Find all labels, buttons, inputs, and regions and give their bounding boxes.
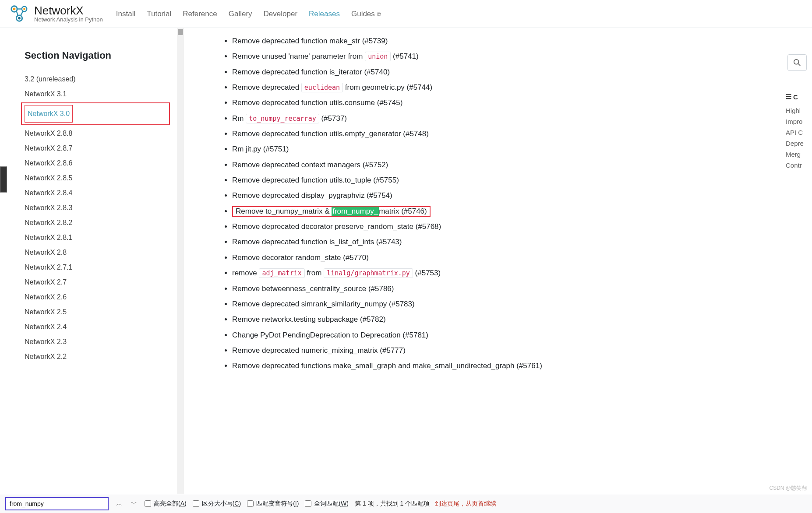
sidebar-item[interactable]: NetworkX 2.8.6 [25, 156, 166, 171]
svg-point-5 [18, 17, 21, 19]
release-note-item: Remove betweenness_centrality_source (#5… [232, 283, 766, 295]
header: NetworkX Network Analysis in Python Inst… [0, 0, 812, 28]
nav-developer[interactable]: Developer [264, 10, 298, 18]
toc-item[interactable]: API C [786, 127, 812, 138]
release-note-item: Remove deprecated decorator preserve_ran… [232, 221, 766, 232]
scrollbar-thumb[interactable] [178, 29, 183, 35]
sidebar-item[interactable]: NetworkX 2.8.2 [25, 215, 166, 230]
nav-gallery[interactable]: Gallery [229, 10, 252, 18]
sidebar-item[interactable]: NetworkX 2.8.4 [25, 186, 166, 200]
svg-point-9 [794, 60, 799, 64]
release-note-item: Remove deprecated functions make_small_g… [232, 360, 766, 372]
toc-item[interactable]: Impro [786, 116, 812, 127]
release-note-item: Remove deprecated function is_iterator (… [232, 67, 766, 78]
external-link-icon: ⧉ [376, 11, 381, 18]
sidebar-item[interactable]: 3.2 (unreleased) [25, 72, 166, 87]
sidebar-item[interactable]: NetworkX 2.4 [25, 320, 166, 334]
right-rail: ☰ C HighlImproAPI CDepreMergContr [784, 28, 812, 494]
sidebar-item[interactable]: NetworkX 2.8.7 [25, 141, 166, 156]
svg-line-10 [798, 64, 801, 66]
toc-item[interactable]: Merg [786, 149, 812, 160]
sidebar-item[interactable]: NetworkX 2.8 [25, 245, 166, 260]
release-note-item: Remove deprecated function utils.empty_g… [232, 128, 766, 140]
svg-line-6 [16, 11, 18, 16]
logo-area[interactable]: NetworkX Network Analysis in Python [9, 4, 103, 25]
sidebar-item[interactable]: NetworkX 3.1 [25, 87, 166, 102]
sidebar-item[interactable]: NetworkX 2.8.3 [25, 200, 166, 215]
svg-point-1 [13, 7, 16, 10]
release-note-item: Remove deprecated function is_list_of_in… [232, 236, 766, 248]
toc-item[interactable]: Contr [786, 160, 812, 171]
sidebar-item[interactable]: NetworkX 3.0 [28, 106, 70, 121]
sidebar-item[interactable]: NetworkX 2.8.5 [25, 171, 166, 186]
search-button[interactable] [787, 54, 807, 71]
nav-reference[interactable]: Reference [183, 10, 217, 18]
toc-list: HighlImproAPI CDepreMergContr [786, 105, 812, 171]
release-note-item: Remove to_numpy_matrix & from_numpy_matr… [232, 206, 766, 217]
brand-tagline: Network Analysis in Python [34, 16, 103, 23]
svg-point-3 [23, 8, 25, 10]
sidebar-item[interactable]: NetworkX 2.3 [25, 334, 166, 349]
list-icon: ☰ [786, 93, 791, 101]
nav-guides[interactable]: Guides ⧉ [351, 10, 381, 18]
search-icon [793, 59, 801, 67]
networkx-logo-icon [9, 4, 30, 25]
toc-item[interactable]: Depre [786, 138, 812, 149]
nav-install[interactable]: Install [116, 10, 135, 18]
sidebar-item[interactable]: NetworkX 2.7 [25, 275, 166, 290]
svg-line-7 [21, 11, 23, 16]
top-nav: Install Tutorial Reference Gallery Devel… [116, 10, 381, 18]
sidebar-item[interactable]: NetworkX 2.8.8 [25, 126, 166, 141]
release-note-item: Remove deprecated context managers (#575… [232, 159, 766, 171]
section-nav-list: 3.2 (unreleased)NetworkX 3.1NetworkX 3.0… [25, 72, 166, 364]
release-note-item: Remove decorator random_state (#5770) [232, 252, 766, 264]
nav-tutorial[interactable]: Tutorial [147, 10, 171, 18]
release-note-item: Remove unused 'name' parameter from unio… [232, 51, 766, 62]
release-note-item: Remove networkx.testing subpackage (#578… [232, 314, 766, 325]
release-note-item: Remove deprecated function make_str (#57… [232, 35, 766, 47]
release-note-item: Rm to_numpy_recarray (#5737) [232, 113, 766, 124]
release-note-item: Remove deprecated numeric_mixing_matrix … [232, 345, 766, 356]
release-note-item: Remove deprecated display_pygraphviz (#5… [232, 190, 766, 201]
release-note-item: Remove deprecated euclidean from geometr… [232, 82, 766, 93]
section-nav-heading: Section Navigation [25, 50, 166, 61]
sidebar-item[interactable]: NetworkX 2.6 [25, 290, 166, 305]
release-notes-list: Remove deprecated function make_str (#57… [201, 35, 766, 372]
watermark: CSDN @憨笑翻 [769, 485, 807, 492]
toc-heading: ☰ C [786, 93, 812, 101]
sidebar: Section Navigation 3.2 (unreleased)Netwo… [0, 28, 184, 494]
release-note-item: Rm jit.py (#5751) [232, 144, 766, 155]
sidebar-item[interactable]: NetworkX 2.2 [25, 349, 166, 364]
release-note-item: remove adj_matrix from linalg/graphmatri… [232, 267, 766, 279]
release-note-item: Remove deprecated function utils.to_tupl… [232, 175, 766, 186]
release-note-item: Change PyDot PendingDeprecation to Depre… [232, 330, 766, 341]
release-note-item: Remove deprecated simrank_similarity_num… [232, 299, 766, 310]
sidebar-scrollbar[interactable] [177, 28, 184, 494]
main-content: Remove deprecated function make_str (#57… [184, 28, 784, 494]
release-note-item: Remove deprecated function utils.consume… [232, 97, 766, 109]
sidebar-item[interactable]: NetworkX 2.8.1 [25, 230, 166, 245]
sidebar-item[interactable]: NetworkX 2.7.1 [25, 260, 166, 275]
brand-name: NetworkX [34, 5, 103, 16]
nav-releases[interactable]: Releases [309, 10, 340, 18]
docked-widget[interactable] [0, 166, 7, 193]
toc-item[interactable]: Highl [786, 105, 812, 116]
sidebar-item[interactable]: NetworkX 2.5 [25, 305, 166, 320]
